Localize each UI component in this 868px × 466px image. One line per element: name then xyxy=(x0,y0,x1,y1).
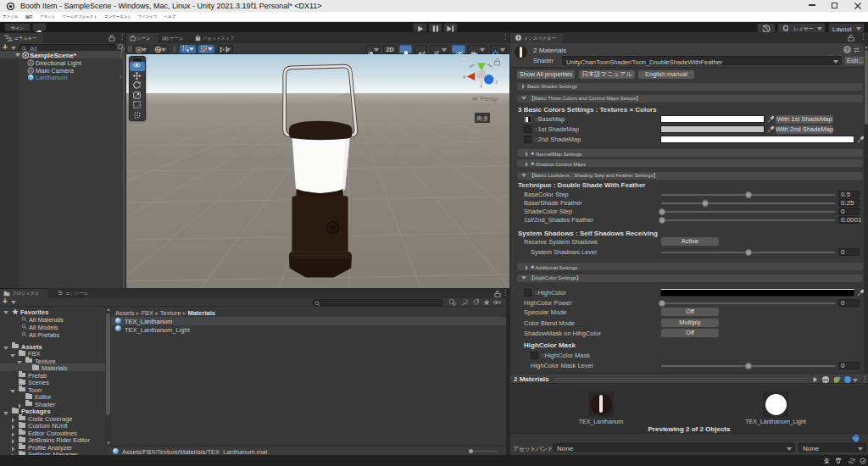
svg-text:z: z xyxy=(495,79,498,85)
svg-text:向き: 向き xyxy=(477,115,489,121)
svg-text:≪ Persp: ≪ Persp xyxy=(471,95,498,103)
